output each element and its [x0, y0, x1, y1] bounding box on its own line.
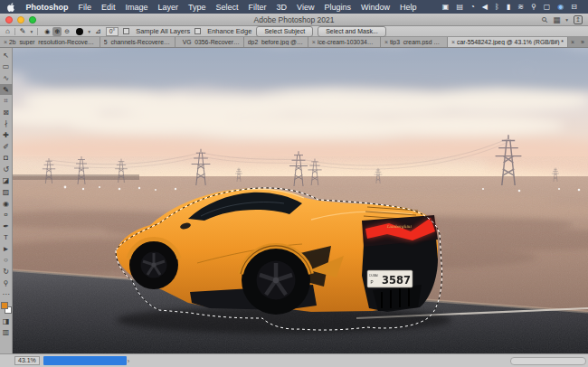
- chevron-down-icon: ▾: [565, 17, 568, 23]
- history-brush-tool[interactable]: ↺: [0, 164, 13, 175]
- foreground-color-swatch[interactable]: [1, 302, 8, 309]
- workspace-switcher-icon[interactable]: ▦: [553, 15, 560, 24]
- menu-image[interactable]: Image: [120, 3, 153, 12]
- lasso-tool[interactable]: ∿: [0, 72, 13, 84]
- gradient-tool[interactable]: ▨: [0, 186, 13, 198]
- enhance-edge-label: Enhance Edge: [207, 27, 251, 35]
- zoom-window-button[interactable]: [29, 16, 36, 24]
- bluetooth-icon[interactable]: ᛒ: [491, 3, 503, 11]
- apple-logo[interactable]: [7, 3, 15, 12]
- volume-icon[interactable]: ◀: [479, 3, 491, 11]
- minimize-window-button[interactable]: [17, 16, 24, 24]
- quick-selection-tool-preset-icon[interactable]: ✎: [20, 27, 26, 36]
- add-to-selection-icon[interactable]: ⊕: [52, 27, 62, 36]
- tab-tip3-cream[interactable]: × tip3_cream.psd @ 1...: [381, 37, 448, 47]
- path-selection-tool[interactable]: ►: [0, 243, 13, 255]
- close-window-button[interactable]: [5, 16, 13, 24]
- tab-5-channels[interactable]: 5_channels-Recovered.psd: [100, 37, 175, 47]
- display-icon[interactable]: ▤: [452, 3, 467, 11]
- new-selection-icon[interactable]: ◉: [43, 27, 52, 36]
- tab-vg-0356[interactable]: _VG_0356-Recovered.tif: [175, 37, 244, 47]
- clone-stamp-tool[interactable]: ◘: [0, 152, 13, 164]
- menu-plugins[interactable]: Plugins: [319, 3, 356, 12]
- window-titlebar: Adobe Photoshop 2021 ⚲ ▦ ▾ ↥: [0, 14, 588, 26]
- car-photo: Lamborghini DUBAI P 3587: [13, 48, 588, 353]
- move-tool[interactable]: ↖: [0, 50, 13, 61]
- type-tool[interactable]: T: [0, 232, 13, 244]
- zoom-tool[interactable]: ⚲: [0, 278, 13, 289]
- spotlight-search-icon[interactable]: ⚲: [527, 3, 540, 11]
- license-plate: DUBAI P 3587: [367, 270, 413, 287]
- menu-edit[interactable]: Edit: [97, 3, 121, 12]
- brush-angle-icon: ⊿: [95, 27, 101, 36]
- password-shield-icon[interactable]: ▣: [439, 3, 453, 11]
- finder-icon[interactable]: ▢: [540, 3, 555, 11]
- status-bar: 43.1% ›: [0, 353, 588, 367]
- quick-selection-tool[interactable]: ✎: [0, 84, 13, 96]
- rear-badge: Lamborghini: [386, 224, 412, 229]
- tab-close-icon[interactable]: ×: [451, 39, 455, 45]
- menu-view[interactable]: View: [292, 3, 319, 12]
- marquee-tool[interactable]: ▭: [0, 61, 13, 73]
- menu-3d[interactable]: 3D: [271, 3, 292, 12]
- home-icon[interactable]: ⌂: [5, 27, 10, 36]
- window-title: Adobe Photoshop 2021: [0, 15, 588, 24]
- enhance-edge-checkbox[interactable]: [194, 28, 201, 34]
- zoom-level-field[interactable]: 43.1%: [14, 356, 40, 366]
- sample-all-layers-checkbox[interactable]: [123, 28, 129, 34]
- separator: [14, 28, 15, 35]
- menu-filter[interactable]: Filter: [243, 3, 271, 12]
- shape-tool[interactable]: ○: [0, 255, 13, 267]
- plate-number: 3587: [382, 274, 411, 287]
- menu-help[interactable]: Help: [395, 3, 422, 12]
- tab-close-icon[interactable]: ×: [384, 39, 388, 45]
- dodge-tool[interactable]: ¤: [0, 209, 13, 221]
- blur-tool[interactable]: ◉: [0, 198, 13, 210]
- eraser-tool[interactable]: ◪: [0, 175, 13, 187]
- sample-all-layers-label: Sample All Layers: [136, 27, 190, 35]
- brush-size-preview[interactable]: [76, 28, 83, 35]
- search-icon[interactable]: ⚲: [539, 14, 549, 24]
- quick-mask-icon[interactable]: ◨: [0, 315, 13, 327]
- spot-healing-tool[interactable]: ✚: [0, 129, 13, 141]
- screen-mode-icon[interactable]: ▥: [0, 327, 13, 339]
- menu-type[interactable]: Type: [184, 3, 212, 12]
- pen-tool[interactable]: ✒: [0, 221, 13, 232]
- separator: [37, 28, 38, 35]
- tab-dp2-before[interactable]: dp2_before.jpg @ 33...: [244, 37, 308, 47]
- chevron-down-icon[interactable]: ▾: [88, 29, 90, 34]
- menu-layer[interactable]: Layer: [153, 3, 184, 12]
- tab-overflow-icon[interactable]: »: [577, 37, 588, 47]
- document-tab-bar: × 2b_super_resolution-Recovered.jpg 5_ch…: [0, 37, 588, 48]
- battery-icon[interactable]: ▮: [503, 3, 514, 11]
- frame-tool[interactable]: ⊠: [0, 107, 13, 118]
- brush-tool[interactable]: ✐: [0, 141, 13, 153]
- tab-2b-super-resolution[interactable]: × 2b_super_resolution-Recovered.jpg: [0, 37, 100, 47]
- tab-ice-cream[interactable]: × ice-cream-1030346.jpeg: [308, 37, 381, 47]
- status-chevron-icon[interactable]: ›: [128, 358, 129, 364]
- wifi-icon[interactable]: ≋: [514, 3, 527, 11]
- subtract-from-selection-icon[interactable]: ⊖: [62, 27, 71, 36]
- menu-file[interactable]: File: [73, 3, 97, 12]
- tab-close-icon[interactable]: ×: [4, 39, 7, 45]
- brush-angle-field[interactable]: 0°: [106, 27, 119, 36]
- horizontal-scrollbar-thumb[interactable]: [510, 357, 586, 365]
- share-icon[interactable]: ↥: [574, 15, 583, 24]
- select-subject-button[interactable]: Select Subject: [256, 26, 313, 37]
- select-and-mask-button[interactable]: Select and Mask...: [318, 26, 386, 37]
- chevron-down-icon[interactable]: ▾: [31, 29, 33, 34]
- menu-window[interactable]: Window: [356, 3, 395, 12]
- menu-photoshop[interactable]: Photoshop: [21, 3, 73, 12]
- rotate-view-tool[interactable]: ↻: [0, 266, 13, 278]
- tab-car-5548242-active[interactable]: × car-5548242.jpeg @ 43.1% (RGB/8#) *: [448, 37, 568, 47]
- clock-icon[interactable]: ◔: [467, 3, 479, 11]
- edit-toolbar-icon[interactable]: ⋯: [0, 288, 13, 300]
- tab-close-icon[interactable]: ×: [312, 39, 316, 45]
- siri-icon[interactable]: ◉: [554, 3, 567, 11]
- eyedropper-tool[interactable]: ∤: [0, 118, 13, 130]
- tab-close-icon[interactable]: ×: [568, 37, 577, 47]
- control-center-icon[interactable]: ⊟: [567, 3, 581, 11]
- menu-select[interactable]: Select: [211, 3, 243, 12]
- crop-tool[interactable]: ⌗: [0, 95, 13, 107]
- document-canvas[interactable]: Lamborghini DUBAI P 3587: [13, 48, 588, 353]
